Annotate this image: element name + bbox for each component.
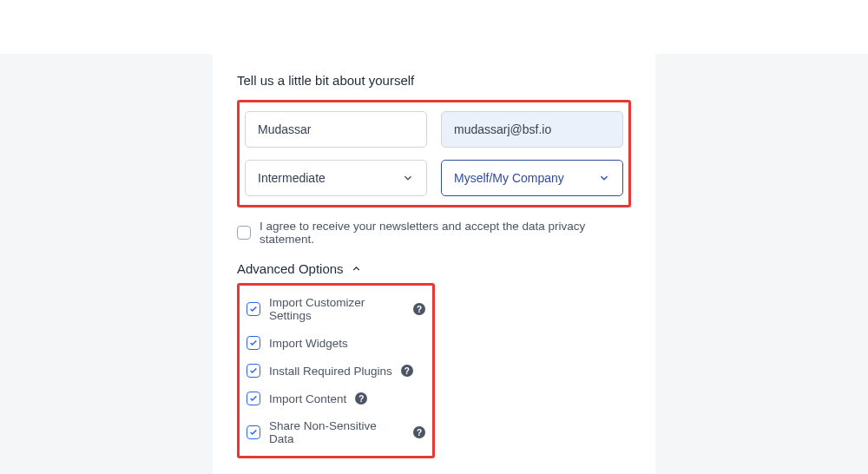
check-icon [249, 305, 258, 313]
email-input[interactable]: mudassarj@bsf.io [441, 111, 623, 148]
page-wrap: Tell us a little bit about yourself Muda… [0, 54, 868, 474]
option-plugins-label: Install Required Plugins [269, 365, 392, 378]
option-customizer: Import Customizer Settings ? [247, 296, 425, 322]
form-card: Tell us a little bit about yourself Muda… [213, 54, 655, 474]
option-widgets: Import Widgets [247, 336, 425, 350]
consent-label: I agree to receive your newsletters and … [260, 220, 631, 246]
level-select[interactable]: Intermediate [245, 160, 427, 196]
forwhom-field-wrap: Myself/My Company [441, 160, 623, 196]
help-icon[interactable]: ? [413, 303, 425, 315]
help-icon[interactable]: ? [413, 426, 425, 438]
help-icon[interactable]: ? [401, 365, 413, 377]
consent-checkbox[interactable] [237, 226, 251, 240]
option-share-data-label: Share Non-Sensitive Data [269, 419, 404, 445]
option-share-data: Share Non-Sensitive Data ? [247, 419, 425, 445]
chevron-down-icon [402, 172, 414, 184]
consent-row: I agree to receive your newsletters and … [237, 220, 631, 246]
option-customizer-label: Import Customizer Settings [269, 296, 404, 322]
check-icon [249, 366, 258, 375]
option-plugins: Install Required Plugins ? [247, 364, 425, 378]
row-1: Mudassar mudassarj@bsf.io [245, 111, 623, 148]
check-icon [249, 339, 258, 347]
user-fields-box: Mudassar mudassarj@bsf.io Intermediate M… [237, 100, 631, 207]
option-widgets-label: Import Widgets [269, 337, 348, 350]
section-title: Tell us a little bit about yourself [237, 73, 631, 88]
help-icon[interactable]: ? [355, 392, 367, 405]
top-bar [0, 0, 868, 54]
email-field-wrap: mudassarj@bsf.io [441, 111, 623, 148]
option-customizer-checkbox[interactable] [247, 302, 260, 316]
name-field-wrap: Mudassar [245, 111, 427, 148]
check-icon [249, 428, 258, 437]
advanced-options-label: Advanced Options [237, 261, 344, 276]
advanced-options-box: Import Customizer Settings ? Import Widg… [237, 283, 435, 458]
check-icon [249, 394, 258, 403]
chevron-up-icon [351, 263, 362, 274]
forwhom-select[interactable]: Myself/My Company [441, 160, 623, 196]
level-field-wrap: Intermediate [245, 160, 427, 196]
option-share-data-checkbox[interactable] [247, 425, 260, 439]
option-content: Import Content ? [247, 392, 425, 405]
forwhom-select-value: Myself/My Company [454, 171, 564, 185]
option-widgets-checkbox[interactable] [247, 336, 260, 350]
name-input[interactable]: Mudassar [245, 111, 427, 148]
row-2: Intermediate Myself/My Company [245, 160, 623, 196]
option-plugins-checkbox[interactable] [247, 364, 260, 378]
option-content-checkbox[interactable] [247, 392, 260, 405]
advanced-options-toggle[interactable]: Advanced Options [237, 261, 631, 276]
chevron-down-icon [598, 172, 610, 184]
level-select-value: Intermediate [258, 171, 326, 185]
option-content-label: Import Content [269, 392, 346, 405]
